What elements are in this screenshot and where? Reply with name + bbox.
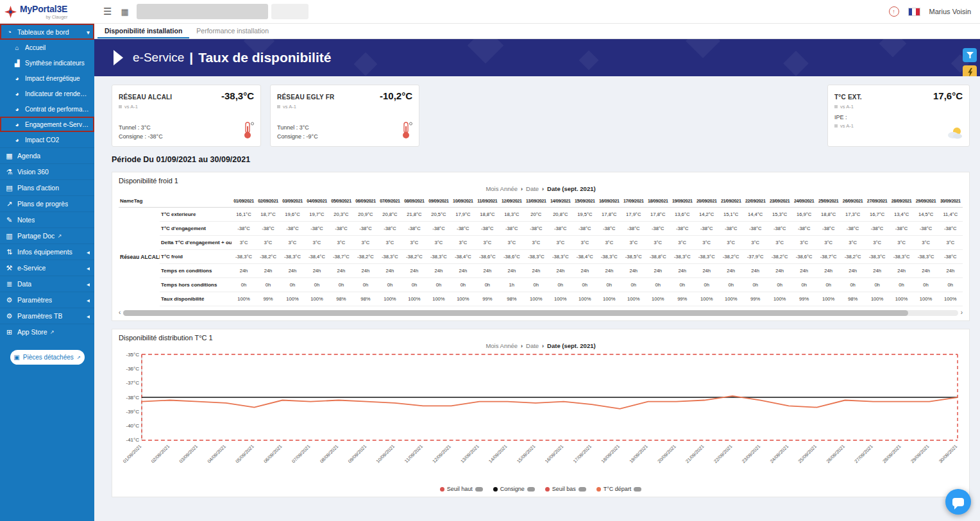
update-icon[interactable]: ↑ [889, 6, 899, 17]
sidebar-item-agenda[interactable]: ▦Agenda [0, 147, 94, 163]
sidebar-item-app-store[interactable]: ⊞App Store↗ [0, 324, 94, 340]
legend-item-consigne[interactable]: Consigne [493, 486, 535, 492]
weather-sun-cloud-icon [947, 126, 963, 142]
table-cell: 3°C [719, 236, 743, 250]
sidebar-item-impact-energetique[interactable]: ◕Impact énergétique [0, 70, 94, 86]
sidebar-item-data[interactable]: ≣Data◂ [0, 276, 94, 292]
app-logo[interactable]: MyPortal3E by Clauger [0, 0, 94, 24]
scroll-left-icon[interactable]: ‹ [119, 310, 121, 316]
tab-disponibilit-installation[interactable]: Disponibilité installation [97, 24, 189, 38]
sidebar-item-partage-doc[interactable]: ▥Partage Doc↗ [0, 227, 94, 244]
table-cell: 24h [621, 264, 646, 278]
breadcrumb-item[interactable]: Date (sept. 2021) [547, 185, 596, 192]
table-cell: 0h [816, 278, 841, 292]
table-cell: 24h [719, 264, 743, 278]
scrollbar-track[interactable] [123, 310, 958, 316]
tab-performance-installation[interactable]: Performance installation [189, 24, 276, 38]
sidebar-item-accueil[interactable]: ⌂Accueil [0, 40, 94, 55]
user-name[interactable]: Marius Voisin [929, 8, 971, 15]
table-cell: 0h [695, 278, 719, 292]
table-cell: 24h [378, 264, 402, 278]
sidebar-item-plans-de-progres[interactable]: ↗Plans de progrès [0, 195, 94, 211]
legend-toggle-icon[interactable] [634, 487, 641, 492]
filter-button[interactable] [963, 48, 977, 62]
banner-arrow-icon [114, 50, 123, 65]
legend-item-seuil-bas[interactable]: Seuil bas [545, 486, 586, 492]
svg-text:04/09/2021: 04/09/2021 [207, 443, 227, 464]
sidebar-item-parametres[interactable]: ⚙Paramètres◂ [0, 292, 94, 308]
table-cell: 100% [646, 292, 670, 306]
language-flag-fr[interactable] [908, 8, 920, 16]
breadcrumb-item[interactable]: Mois Année [486, 342, 518, 349]
column-header-date: 25/09/2021 [816, 195, 841, 208]
column-header-date: 29/09/2021 [914, 195, 938, 208]
legend-label: Consigne [500, 486, 525, 492]
legend-item-seuil-haut[interactable]: Seuil haut [440, 486, 483, 492]
sidebar-item-engagement-e-service[interactable]: ◕Engagement e-Service [0, 117, 94, 132]
scrollbar-thumb[interactable] [123, 310, 908, 316]
sidebar-item-vision-360[interactable]: ⚗Vision 360 [0, 163, 94, 179]
table-cell: 0h [353, 278, 378, 292]
sidebar-item-impact-co2[interactable]: ◕Impact CO2 [0, 132, 94, 147]
scroll-right-icon[interactable]: › [961, 310, 963, 316]
table-cell: 24h [597, 264, 621, 278]
svg-text:14/09/2021: 14/09/2021 [487, 443, 508, 464]
table-cell: -38,3°C [865, 250, 890, 264]
hamburger-menu-icon[interactable]: ☰ [103, 6, 112, 17]
sidebar-item-label: App Store [17, 328, 47, 336]
table-cell: 99% [475, 292, 500, 306]
banner-decoration [354, 53, 378, 76]
table-cell: 11,4°C [938, 208, 963, 222]
legend-item-t-c-d-part[interactable]: T°C départ [596, 486, 642, 492]
table-cell: -38°C [573, 222, 597, 236]
sidebar-item-parametres-tb[interactable]: ⚙Paramètres TB◂ [0, 308, 94, 324]
table-cell: 100% [695, 292, 719, 306]
legend-toggle-icon[interactable] [527, 487, 535, 492]
table-cell: -38°C [816, 222, 841, 236]
breadcrumb-item[interactable]: Date (sept. 2021) [547, 342, 596, 349]
column-header-date: 15/09/2021 [573, 195, 597, 208]
breadcrumb-item[interactable]: Mois Année [486, 185, 518, 192]
breadcrumb-item[interactable]: Date [526, 185, 539, 192]
legend-toggle-icon[interactable] [475, 487, 483, 492]
table-cell: -38°C [646, 222, 670, 236]
kpi-card-reseau-egly-fr[interactable]: RÉSEAU EGLY FR -10,2°C vs A-1 Tunnel : 3… [270, 85, 419, 147]
table-cell: 3°C [621, 236, 646, 250]
panel-title: Disponibilité distribution T°C 1 [119, 334, 963, 342]
sidebar-item-label: Contrat de performance [25, 106, 90, 113]
kpi-compare: vs A-1 [283, 104, 296, 110]
legend-toggle-icon[interactable] [579, 487, 586, 492]
energy-button[interactable] [963, 65, 977, 76]
table-cell: 20°C [524, 208, 548, 222]
breadcrumb-item[interactable]: Date [526, 342, 539, 349]
legend-label: Seuil bas [552, 486, 576, 492]
table-cell: -38,6°C [500, 250, 524, 264]
kpi-card-temperature-exterieure[interactable]: T°C EXT. 17,6°C vs A-1 IPE : vs A-1 [827, 85, 970, 147]
sidebar-item-infos-equipements[interactable]: ⇅Infos équipements◂ [0, 244, 94, 260]
dashboard-window-icon[interactable]: ▦ [121, 7, 128, 17]
sidebar-item-e-service[interactable]: ⚒e-Service◂ [0, 260, 94, 276]
chat-widget-button[interactable] [945, 489, 971, 515]
sidebar-item-indicateur-de-rendement-clef[interactable]: ◕Indicateur de rendement clef [0, 86, 94, 101]
table-cell: -38,5°C [621, 250, 646, 264]
table-cell: 3°C [548, 236, 573, 250]
sidebar-item-notes[interactable]: ✎Notes [0, 211, 94, 227]
spare-parts-button[interactable]: ▣ Pièces détachées ↗ [10, 350, 85, 365]
app-title: MyPortal3E [20, 4, 67, 13]
logo-icon [4, 6, 17, 18]
sidebar-item-tableaux-de-bord[interactable]: ◔Tableaux de bord▾ [0, 24, 94, 40]
table-cell: 24h [865, 264, 890, 278]
table-cell: -38°C [890, 222, 914, 236]
table-cell: -38,7°C [329, 250, 353, 264]
table-cell: 100% [402, 292, 427, 306]
client-selector-redacted[interactable] [137, 4, 268, 19]
sidebar-item-contrat-de-performance[interactable]: ◕Contrat de performance [0, 101, 94, 117]
breadcrumb: Mois Année›Date›Date (sept. 2021) [119, 185, 963, 192]
table-cell: 3°C [841, 236, 865, 250]
sidebar-item-synthese-indicateurs[interactable]: ▟Synthèse indicateurs [0, 55, 94, 70]
client-selector-secondary[interactable] [271, 4, 308, 19]
flask-icon: ⚗ [4, 168, 14, 176]
sidebar-item-plans-daction[interactable]: ▤Plans d'action [0, 179, 94, 195]
table-cell: -38°C [427, 222, 451, 236]
kpi-card-reseau-alcali[interactable]: RÉSEAU ALCALI -38,3°C vs A-1 Tunnel : 3°… [112, 85, 261, 147]
